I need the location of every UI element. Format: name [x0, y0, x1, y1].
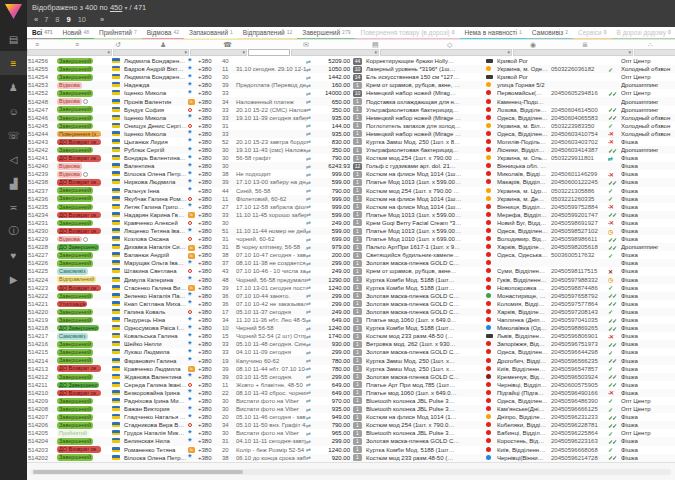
product-name[interactable]: Золотая маска-пленка GOLD C… [366, 438, 486, 444]
comment-column-icon[interactable]: ✉ [303, 40, 309, 49]
tracking-number[interactable]: 5003600517632 [551, 252, 608, 258]
product-name[interactable]: Пальто АртПри 1617-1 (1шт. x 9… [366, 244, 486, 250]
status-badge[interactable]: Завершений [57, 147, 93, 154]
client-name[interactable]: Рублюк Сергій [124, 147, 188, 153]
delivery-city[interactable]: Кривой Рог [497, 58, 551, 64]
tracking-number[interactable]: 20450596666125 [551, 406, 608, 412]
product-name[interactable]: Костюм на флисе Мод 1014 (1ш… [366, 196, 486, 202]
tracking-number[interactable]: 20450596223163 [551, 438, 608, 444]
info-circle-icon[interactable] [83, 237, 88, 242]
client-name[interactable]: Радніхова Ірина Ми… [124, 398, 188, 404]
tracking-number[interactable]: 0503226036182 [551, 66, 608, 72]
tracking-number[interactable]: 20450598117515 [551, 268, 608, 274]
chevron-down-icon[interactable]: ▾ [125, 5, 128, 11]
client-name[interactable]: Галина Коваль [124, 309, 188, 315]
sidebar-item-team-icon[interactable]: ☺ [0, 99, 27, 123]
status-badge[interactable]: Завершений [57, 252, 93, 259]
status-badge[interactable]: Відмова [57, 98, 82, 105]
product-name[interactable]: Костюм мод.254 (1шт. x 790.00 … [366, 155, 486, 161]
order-row[interactable]: 514247 Завершений Бундук София +380 33 2… [27, 106, 675, 114]
client-name[interactable]: Ральчук Інна [124, 188, 188, 194]
order-row[interactable]: 514236 Завершений Якубчак Галина Ром… +3… [27, 195, 675, 203]
client-phone[interactable]: +380 [198, 90, 222, 96]
client-name[interactable]: Зеленко Наталія Па… [124, 293, 188, 299]
tracking-number[interactable]: 20450597041035 [551, 317, 608, 323]
manager-comment[interactable]: 05.10 11-50 внз. Графіт 48-50р [236, 422, 306, 428]
manager-comment[interactable]: 05.10 11-46 сегодня - завтра. … [236, 414, 306, 420]
delivery-city[interactable]: Бабинці, Відділ… [497, 430, 551, 436]
client-phone[interactable]: +380 [198, 196, 222, 202]
tracking-number[interactable]: 20450598527102 [551, 228, 608, 234]
client-name[interactable]: Пронів Валентин [124, 99, 188, 105]
delivery-city[interactable]: Чаплинка (Дніп… [497, 317, 551, 323]
order-row[interactable]: 514227 Завершений Баланюк Андрій lc +380… [27, 251, 675, 259]
delivery-city[interactable]: Новопокровка … [497, 285, 551, 291]
client-name[interactable]: Дихавка Наталія Си… [124, 244, 188, 250]
client-name[interactable]: Баланюк Андрій [124, 252, 188, 258]
product-name[interactable]: Светящийся будильник-хамеле… [366, 252, 486, 258]
product-name[interactable]: Подставка охлаждающая для н… [366, 99, 486, 105]
status-badge[interactable]: Завершений [57, 66, 93, 73]
tracking-number[interactable]: 20450600575905 [551, 382, 608, 388]
client-name[interactable]: Односумова Раіса І… [124, 325, 188, 331]
status-badge[interactable]: Завершений [57, 357, 93, 364]
status-badge[interactable]: Завершений [57, 187, 93, 194]
page-number-7[interactable]: 7 [44, 15, 48, 24]
delivery-city[interactable]: Миколаївка (Од… [497, 325, 551, 331]
delivery-city[interactable]: Макарів, Відділ… [497, 179, 551, 185]
delivery-city[interactable]: Украина, м. Оде… [497, 66, 551, 72]
delivery-city[interactable]: Одеса, Одеська… [497, 252, 551, 258]
client-phone[interactable]: +380 [198, 212, 222, 218]
product-name[interactable]: Ультрафиолетовая бактерицид… [366, 147, 486, 153]
status-badge[interactable]: Відмова [57, 236, 82, 243]
order-row[interactable]: 514204 Завершений Белинская Нила * +380 … [27, 437, 675, 445]
client-name[interactable]: Белинская Нила [124, 438, 188, 444]
manager-comment[interactable]: 31.10 сегодня. 29.10 12-12. нб… [236, 66, 306, 72]
horizontal-scrollbar[interactable] [31, 469, 671, 475]
filter-select-4[interactable]: ▾ [291, 49, 379, 56]
delivery-city[interactable]: Кременчук, Від… [497, 374, 551, 380]
product-name[interactable]: Платье Арт При мод.785 (1шт… [366, 382, 486, 388]
product-name[interactable]: Ультрафиолетовая бактерицид… [366, 107, 486, 113]
delivery-column-icon[interactable]: ◉ [530, 40, 536, 49]
sidebar-item-settings-icon[interactable]: ≍ [0, 195, 27, 219]
delivery-city[interactable]: Коростень, Від… [497, 438, 551, 444]
manager-comment[interactable]: 04.10 11-11 сегодня-завтра 03… [236, 438, 306, 444]
product-name[interactable]: Немецкий набор ножей (Mirag… [366, 90, 486, 96]
manager-comment[interactable]: 07.10 10-47 сегодня - завтра. … [236, 252, 306, 258]
status-badge[interactable]: Завершений [57, 317, 93, 324]
delivery-city[interactable]: Миколаїв, Відді… [497, 171, 551, 177]
client-name[interactable]: Іщенко Микола [124, 90, 188, 96]
manager-comment[interactable]: 04.10 11-09 сегодня [236, 349, 306, 355]
client-phone[interactable]: +380 [198, 66, 222, 72]
client-name[interactable]: Димула Катерина [124, 277, 188, 283]
order-row[interactable]: 514210 ДО Возврат ок… Безкоровайна Ірина… [27, 389, 675, 397]
client-name[interactable]: Педурець Ніна [124, 317, 188, 323]
status-badge[interactable]: Завершений [57, 74, 93, 81]
manager-comment[interactable]: Чорний, 56-58 предумала [236, 277, 306, 283]
sidebar-item-clients-icon[interactable]: ♟ [0, 75, 27, 99]
manager-comment[interactable]: 17.10 13-01 сегодня постарае… [236, 285, 306, 291]
tracking-number[interactable]: 20450600122245 [551, 179, 608, 185]
delivery-city[interactable]: Суми, Відділен… [497, 268, 551, 274]
client-phone[interactable]: +380 [198, 147, 222, 153]
product-name[interactable]: Костюм мод 254 (1шт. x 790.00 … [366, 188, 486, 194]
select-column-icon[interactable]: ≡ [35, 40, 39, 49]
tracking-number[interactable]: 20450603414387 [551, 147, 608, 153]
status-badge[interactable]: Завершений [57, 106, 93, 113]
client-name[interactable]: Стадникова Вера В… [124, 422, 188, 428]
delivery-city[interactable]: Новий Буг, Відд… [497, 220, 551, 226]
product-name[interactable]: Костюм мод 254 (1шт. x 790.0… [366, 422, 486, 428]
tab-Повернення товару (в дорозі)[interactable]: Повернення товару (в дорозі)0 [355, 27, 459, 40]
page-range-dropdown[interactable]: 450 [110, 3, 123, 12]
product-name[interactable]: Костюм мод 233 разм.48-50 (… [366, 333, 486, 339]
client-name[interactable]: Стасенко Галина Ви… [124, 285, 188, 291]
client-name[interactable]: Кравченко Людмила [124, 366, 188, 372]
tracking-number[interactable]: 20450596231233 [551, 414, 608, 420]
client-phone[interactable]: +380 [198, 220, 222, 226]
manager-comment[interactable]: 20.10 15-23 завтра бордо 60-62 [236, 139, 306, 145]
tracking-number[interactable]: 20450596566235 [551, 358, 608, 364]
product-name[interactable]: Костюм мод 233 разм.48-50 (… [366, 455, 486, 461]
status-badge[interactable]: ДО Возврат ок… [57, 155, 101, 162]
tracking-number[interactable]: 20450598691927 [551, 220, 608, 226]
